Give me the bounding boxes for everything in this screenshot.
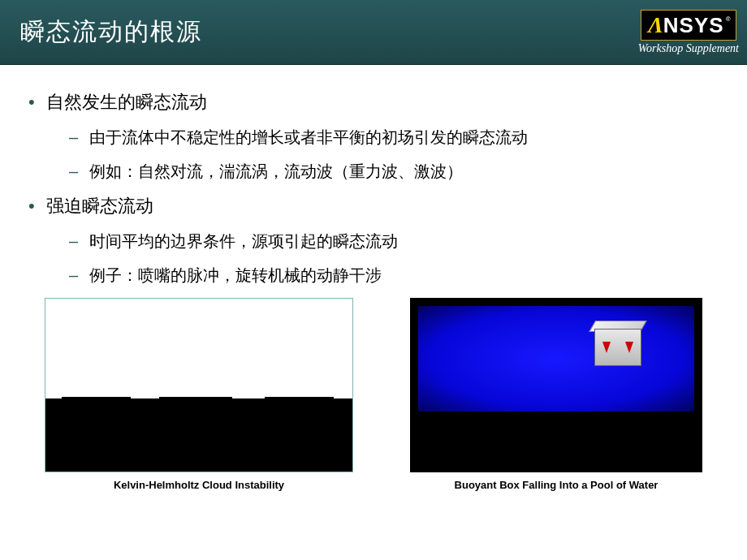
bullet-dash-icon: – bbox=[69, 160, 78, 183]
water-surface bbox=[418, 306, 694, 411]
logo-text: NSYS bbox=[663, 15, 724, 36]
bullet-text: 例如：自然对流，湍流涡，流动波（重力波、激波） bbox=[89, 160, 463, 183]
logo-lambda: Λ bbox=[648, 14, 663, 37]
bullet-dash-icon: – bbox=[69, 264, 78, 286]
bullet-text: 时间平均的边界条件，源项引起的瞬态流动 bbox=[89, 230, 398, 252]
bullet-text: 由于流体中不稳定性的增长或者非平衡的初场引发的瞬态流动 bbox=[89, 126, 528, 149]
buoyant-box-image bbox=[410, 298, 702, 472]
figure-caption: Buoyant Box Falling Into a Pool of Water bbox=[455, 479, 658, 491]
bullet-sub-item: – 时间平均的边界条件，源项引起的瞬态流动 bbox=[69, 230, 719, 252]
bullet-sub-item: – 例子：喷嘴的脉冲，旋转机械的动静干涉 bbox=[69, 264, 719, 286]
bullet-sub-item: – 例如：自然对流，湍流涡，流动波（重力波、激波） bbox=[69, 160, 719, 183]
bullet-sub-item: – 由于流体中不稳定性的增长或者非平衡的初场引发的瞬态流动 bbox=[69, 126, 719, 149]
logo-block: Λ NSYS ® Workshop Supplement bbox=[638, 10, 739, 55]
bullet-text: 例子：喷嘴的脉冲，旋转机械的动静干涉 bbox=[89, 264, 382, 286]
bullet-item: • 强迫瞬态流动 bbox=[28, 194, 719, 218]
bullet-dash-icon: – bbox=[69, 230, 78, 252]
falling-box bbox=[594, 329, 641, 366]
kelvin-helmholtz-image bbox=[45, 298, 353, 472]
ansys-logo: Λ NSYS ® bbox=[641, 10, 736, 41]
workshop-supplement-label: Workshop Supplement bbox=[638, 42, 739, 55]
bullet-dot-icon: • bbox=[28, 194, 35, 218]
cloud-silhouette bbox=[45, 398, 352, 472]
slide-title: 瞬态流动的根源 bbox=[20, 15, 202, 49]
figure-row: Kelvin-Helmholtz Cloud Instability Buoya… bbox=[28, 298, 719, 491]
bullet-item: • 自然发生的瞬态流动 bbox=[28, 90, 719, 114]
figure-right: Buoyant Box Falling Into a Pool of Water bbox=[410, 298, 702, 491]
bullet-text: 自然发生的瞬态流动 bbox=[46, 90, 207, 114]
slide-header: 瞬态流动的根源 Λ NSYS ® Workshop Supplement bbox=[0, 0, 747, 65]
figure-caption: Kelvin-Helmholtz Cloud Instability bbox=[114, 479, 284, 491]
slide-content: • 自然发生的瞬态流动 – 由于流体中不稳定性的增长或者非平衡的初场引发的瞬态流… bbox=[0, 65, 747, 560]
bullet-dash-icon: – bbox=[69, 126, 78, 149]
figure-left: Kelvin-Helmholtz Cloud Instability bbox=[45, 298, 353, 491]
logo-registered: ® bbox=[726, 15, 731, 23]
bullet-text: 强迫瞬态流动 bbox=[46, 194, 153, 218]
arrow-down-icon bbox=[625, 342, 633, 353]
bullet-dot-icon: • bbox=[28, 90, 35, 114]
arrow-down-icon bbox=[602, 342, 611, 353]
